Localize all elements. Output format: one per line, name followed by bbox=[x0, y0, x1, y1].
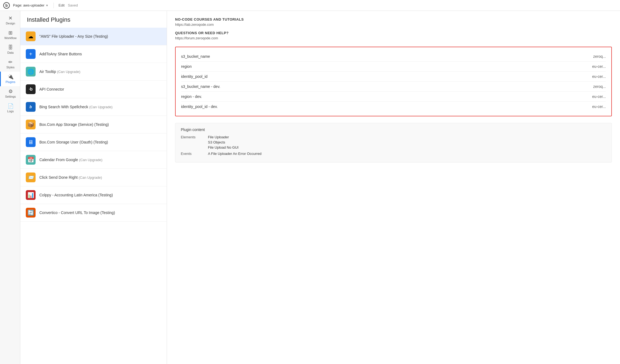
settings-icon: ⚙ bbox=[8, 89, 13, 94]
sidebar-item-settings[interactable]: ⚙ Settings bbox=[0, 86, 20, 101]
plugin-name-addtoany: AddToAny Share Buttons bbox=[39, 52, 82, 56]
topbar-divider bbox=[53, 3, 54, 8]
plugin-badge-airtooltip: (Can Upgrade) bbox=[57, 70, 80, 74]
main-layout: ✕ Design ⊞ Workflow 🗄 Data ✏ Styles 🔌 Pl… bbox=[0, 11, 620, 364]
sidebar-label-workflow: Workflow bbox=[4, 36, 17, 40]
data-icon: 🗄 bbox=[8, 45, 13, 50]
plugins-header: Installed Plugins bbox=[20, 11, 167, 28]
detail-links: NO-CODE COURSES AND TUTORIALS https://la… bbox=[175, 17, 612, 40]
sidebar-label-data: Data bbox=[7, 51, 14, 54]
plugin-icon-calendar: 📅 bbox=[26, 155, 36, 165]
plugin-item-clicksend[interactable]: 📨 Click Send Done Right (Can Upgrade) bbox=[20, 169, 167, 186]
plugin-icon-convertico: 🔄 bbox=[26, 208, 36, 218]
events-values: A File Uploader An Error Occurred bbox=[208, 152, 261, 156]
no-code-url[interactable]: https://lab.zeroqode.com bbox=[175, 23, 612, 27]
sidebar-item-workflow[interactable]: ⊞ Workflow bbox=[0, 28, 20, 42]
plugin-name-airtooltip: Air Tooltip (Can Upgrade) bbox=[39, 69, 80, 74]
plugin-item-bing[interactable]: b Bing Search With Spellcheck (Can Upgra… bbox=[20, 98, 167, 116]
config-label-region: region bbox=[181, 64, 192, 69]
element-file-uploader: File Uploader bbox=[208, 135, 239, 139]
config-value-s3bucket: zeroq... bbox=[593, 54, 606, 59]
elements-values: File Uploader S3 Objects File Upload No … bbox=[208, 135, 239, 149]
plugins-list: ☁ "AWS" File Uploader - Any Size (Testin… bbox=[20, 28, 167, 364]
page-chevron-icon[interactable]: ▼ bbox=[46, 4, 49, 7]
plugin-name-convertico: Convertico - Convert URL To Image (Testi… bbox=[39, 210, 115, 215]
sidebar-label-settings: Settings bbox=[5, 95, 16, 98]
sidebar-item-data[interactable]: 🗄 Data bbox=[0, 42, 20, 57]
plugin-name-apiconnector: API Connector bbox=[39, 87, 64, 91]
plugin-icon-addtoany: + bbox=[26, 49, 36, 59]
plugins-pane: Installed Plugins ☁ "AWS" File Uploader … bbox=[20, 11, 167, 364]
content-row-elements: Elements File Uploader S3 Objects File U… bbox=[181, 135, 606, 149]
content-row-events: Events A File Uploader An Error Occurred bbox=[181, 152, 606, 156]
config-label-identity-dev: identity_pool_id - dev. bbox=[181, 104, 218, 109]
logs-icon: 📄 bbox=[8, 104, 14, 108]
plugin-item-convertico[interactable]: 🔄 Convertico - Convert URL To Image (Tes… bbox=[20, 204, 167, 222]
plugin-icon-apiconnector: ·b bbox=[26, 84, 36, 94]
config-value-region: eu-cer... bbox=[592, 64, 606, 69]
topbar: b Page: aws-uploader ▼ Edit Saved bbox=[0, 0, 620, 11]
plugin-item-boxuser[interactable]: 🖥 Box.Com Storage User (Oauth) (Testing) bbox=[20, 133, 167, 151]
plugin-badge-clicksend: (Can Upgrade) bbox=[79, 175, 102, 180]
help-url[interactable]: https://forum.zeroqode.com bbox=[175, 36, 612, 40]
sidebar-label-styles: Styles bbox=[7, 66, 15, 69]
plugin-item-boxapp[interactable]: 📦 Box.Com App Storage (Service) (Testing… bbox=[20, 116, 167, 133]
sidebar-label-design: Design bbox=[6, 22, 15, 25]
plugin-icon-clicksend: 📨 bbox=[26, 173, 36, 182]
config-row-region-dev: region - dev. eu-cer... bbox=[181, 92, 606, 102]
plugin-content-title: Plugin content bbox=[181, 127, 606, 132]
page-label[interactable]: Page: aws-uploader ▼ bbox=[13, 3, 49, 7]
sidebar-item-logs[interactable]: 📄 Logs bbox=[0, 101, 20, 116]
config-value-s3bucket-dev: zeroq... bbox=[593, 84, 606, 89]
sidebar-label-plugins: Plugins bbox=[5, 80, 15, 84]
plugin-item-aws[interactable]: ☁ "AWS" File Uploader - Any Size (Testin… bbox=[20, 28, 167, 45]
config-row-identity-dev: identity_pool_id - dev. eu-cer... bbox=[181, 102, 606, 111]
plugin-item-addtoany[interactable]: + AddToAny Share Buttons bbox=[20, 45, 167, 63]
plugin-badge-bing: (Can Upgrade) bbox=[89, 105, 113, 109]
plugin-item-colppy[interactable]: 📊 Colppy - Accounting Latin America (Tes… bbox=[20, 186, 167, 204]
plugin-item-calendar[interactable]: 📅 Calendar From Google (Can Upgrade) bbox=[20, 151, 167, 169]
plugin-item-airtooltip[interactable]: 🌐 Air Tooltip (Can Upgrade) bbox=[20, 63, 167, 81]
app-logo: b bbox=[3, 2, 10, 9]
plugin-icon-boxapp: 📦 bbox=[26, 120, 36, 129]
config-row-s3bucket: s3_bucket_name zeroq... bbox=[181, 52, 606, 62]
sidebar-item-plugins[interactable]: 🔌 Plugins bbox=[0, 72, 20, 86]
plugin-badge-calendar: (Can Upgrade) bbox=[79, 158, 102, 162]
plugin-name-aws: "AWS" File Uploader - Any Size (Testing) bbox=[39, 34, 108, 39]
plugin-icon-colppy: 📊 bbox=[26, 190, 36, 200]
config-value-identity-dev: eu-cer... bbox=[592, 104, 606, 109]
plugin-icon-airtooltip: 🌐 bbox=[26, 67, 36, 76]
plugins-icon: 🔌 bbox=[8, 74, 14, 79]
config-label-s3bucket-dev: s3_bucket_name - dev. bbox=[181, 84, 220, 89]
sidebar-item-styles[interactable]: ✏ Styles bbox=[0, 57, 20, 72]
plugin-icon-bing: b bbox=[26, 102, 36, 112]
elements-label: Elements bbox=[181, 135, 203, 149]
edit-label[interactable]: Edit bbox=[59, 3, 65, 7]
plugin-name-colppy: Colppy - Accounting Latin America (Testi… bbox=[39, 193, 113, 197]
saved-label: Saved bbox=[68, 3, 78, 7]
plugin-item-apiconnector[interactable]: ·b API Connector bbox=[20, 81, 167, 98]
styles-icon: ✏ bbox=[8, 60, 12, 65]
config-label-s3bucket: s3_bucket_name bbox=[181, 54, 210, 59]
config-label-identity: identity_pool_id bbox=[181, 74, 207, 79]
config-row-identity: identity_pool_id eu-cer... bbox=[181, 72, 606, 82]
plugin-icon-boxuser: 🖥 bbox=[26, 137, 36, 147]
help-title: QUESTIONS OR NEED HELP? bbox=[175, 31, 612, 35]
config-row-s3bucket-dev: s3_bucket_name - dev. zeroq... bbox=[181, 82, 606, 92]
sidebar-label-logs: Logs bbox=[7, 110, 14, 113]
config-label-region-dev: region - dev. bbox=[181, 94, 202, 99]
sidebar: ✕ Design ⊞ Workflow 🗄 Data ✏ Styles 🔌 Pl… bbox=[0, 11, 20, 364]
plugin-name-bing: Bing Search With Spellcheck (Can Upgrade… bbox=[39, 105, 113, 109]
plugin-name-calendar: Calendar From Google (Can Upgrade) bbox=[39, 158, 102, 162]
plugin-name-boxuser: Box.Com Storage User (Oauth) (Testing) bbox=[39, 140, 108, 144]
plugin-name-clicksend: Click Send Done Right (Can Upgrade) bbox=[39, 175, 102, 180]
config-value-region-dev: eu-cer... bbox=[592, 94, 606, 99]
config-value-identity: eu-cer... bbox=[592, 74, 606, 79]
config-row-region: region eu-cer... bbox=[181, 62, 606, 72]
workflow-icon: ⊞ bbox=[8, 30, 12, 35]
plugin-icon-aws: ☁ bbox=[26, 31, 36, 41]
config-box: s3_bucket_name zeroq... region eu-cer...… bbox=[175, 47, 612, 116]
sidebar-item-design[interactable]: ✕ Design bbox=[0, 13, 20, 28]
detail-pane: NO-CODE COURSES AND TUTORIALS https://la… bbox=[167, 11, 620, 364]
event-error-occurred: A File Uploader An Error Occurred bbox=[208, 152, 261, 156]
